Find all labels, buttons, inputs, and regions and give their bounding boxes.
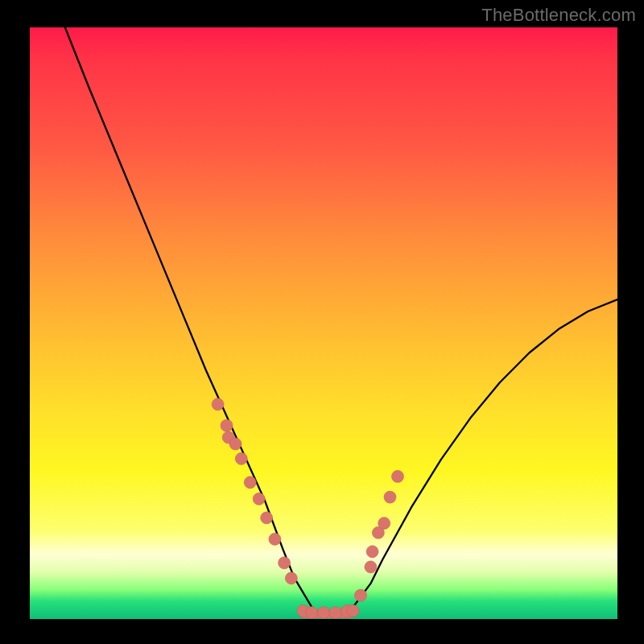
- plot-area: [30, 27, 617, 619]
- marker-dot: [261, 512, 273, 524]
- marker-dot: [384, 491, 396, 503]
- marker-dot: [391, 470, 403, 482]
- chart-frame: TheBottleneck.com: [0, 0, 644, 644]
- marker-dot: [329, 606, 341, 618]
- marker-dot: [212, 398, 224, 411]
- watermark-text: TheBottleneck.com: [481, 5, 636, 26]
- curve-group: [65, 27, 617, 616]
- marker-dot: [354, 589, 366, 601]
- marker-dot: [235, 452, 247, 464]
- marker-dot: [269, 533, 281, 545]
- marker-dot: [285, 572, 297, 584]
- marker-dot: [318, 606, 330, 618]
- marker-dot: [253, 493, 265, 505]
- marker-dot: [365, 561, 377, 573]
- marker-dot: [347, 605, 359, 617]
- marker-dot: [229, 438, 242, 450]
- chart-svg: [30, 27, 617, 619]
- marker-dot: [221, 419, 233, 431]
- curve-path: [65, 27, 617, 616]
- marker-dot: [306, 606, 318, 618]
- marker-dot: [244, 477, 256, 489]
- marker-dot: [378, 517, 390, 529]
- marker-dot: [366, 546, 378, 558]
- marker-dot: [279, 557, 291, 569]
- markers-group: [212, 398, 403, 619]
